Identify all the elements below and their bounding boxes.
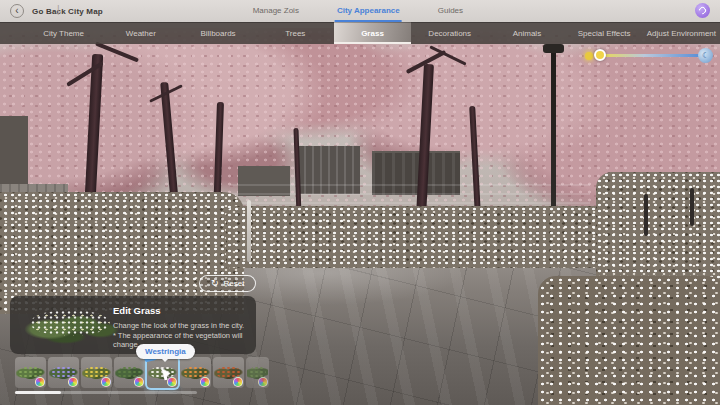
tab-trees[interactable]: Trees (257, 22, 334, 44)
reset-label: Reset (224, 279, 245, 288)
grass-thumbnail-orange-flowers[interactable] (180, 357, 211, 388)
tab-special-effects[interactable]: Special Effects (566, 22, 643, 44)
go-back-label: Go Back (32, 7, 66, 16)
top-bar: ‹ Go Back | City Map Manage Zois City Ap… (0, 0, 720, 22)
divider: | (57, 4, 60, 15)
tab-adjust-environment[interactable]: Adjust Environment (643, 22, 720, 44)
street-lamp-head (543, 44, 564, 53)
lamp-post (690, 188, 694, 226)
color-variant-icon[interactable] (258, 377, 268, 387)
color-variant-icon[interactable] (200, 377, 210, 387)
reset-button[interactable]: ↻ Reset (199, 275, 256, 292)
category-tabs: City Theme Weather Billboards Trees Gras… (0, 22, 720, 44)
tab-billboards[interactable]: Billboards (179, 22, 256, 44)
tab-city-theme[interactable]: City Theme (25, 22, 102, 44)
color-variant-icon[interactable] (134, 377, 144, 387)
mouse-cursor-icon (160, 366, 170, 380)
game-viewport: ‹ Go Back | City Map Manage Zois City Ap… (0, 0, 720, 405)
edit-grass-panel: Edit Grass Change the look of the grass … (10, 296, 256, 354)
tab-grass[interactable]: Grass (334, 22, 411, 44)
tab-city-appearance[interactable]: City Appearance (335, 0, 402, 22)
tab-decorations[interactable]: Decorations (411, 22, 488, 44)
main-tabs: Manage Zois City Appearance Guides (251, 0, 465, 22)
grass-thumbnail-yellow-flowers[interactable] (81, 357, 112, 388)
color-variant-icon[interactable] (233, 377, 243, 387)
tab-manage-zois[interactable]: Manage Zois (251, 0, 301, 22)
city-map-label: City Map (68, 7, 103, 16)
moon-icon: ☾ (698, 48, 713, 63)
selected-variant-button[interactable]: Westringia (136, 344, 195, 359)
tab-weather[interactable]: Weather (102, 22, 179, 44)
slider-track[interactable] (599, 54, 700, 57)
panel-description-line1: Change the look of the grass in the city… (113, 321, 244, 330)
back-chevron-icon: ‹ (10, 4, 24, 18)
reset-icon: ↻ (211, 279, 219, 288)
color-variant-icon[interactable] (101, 377, 111, 387)
scrollbar-thumb[interactable] (15, 391, 61, 394)
city-map-button[interactable]: City Map (68, 0, 103, 22)
lamp-post (644, 194, 648, 236)
sun-icon (585, 52, 593, 60)
color-variant-icon[interactable] (68, 377, 78, 387)
light-post (247, 200, 251, 262)
grass-thumbnail-wild-green[interactable] (114, 357, 145, 388)
color-variant-icon[interactable] (35, 377, 45, 387)
panel-title: Edit Grass (113, 305, 161, 316)
grass-preview-image (22, 304, 120, 346)
day-night-slider[interactable]: ☾ (585, 48, 713, 63)
slider-handle[interactable] (594, 49, 606, 61)
grass-variant-list: ✓ (15, 357, 269, 388)
grass-thumbnail-plain-green[interactable] (246, 357, 269, 388)
grass-thumbnail-green[interactable] (15, 357, 46, 388)
thumbnail-scrollbar[interactable] (15, 391, 197, 394)
grass-thumbnail-purple-flowers[interactable] (48, 357, 79, 388)
tab-guides[interactable]: Guides (436, 0, 465, 22)
profile-badge-icon[interactable] (695, 3, 710, 18)
flower-hedge-foreground (538, 276, 720, 405)
grass-thumbnail-red-flowers[interactable] (213, 357, 244, 388)
tab-animals[interactable]: Animals (488, 22, 565, 44)
swirl-icon (698, 6, 708, 16)
